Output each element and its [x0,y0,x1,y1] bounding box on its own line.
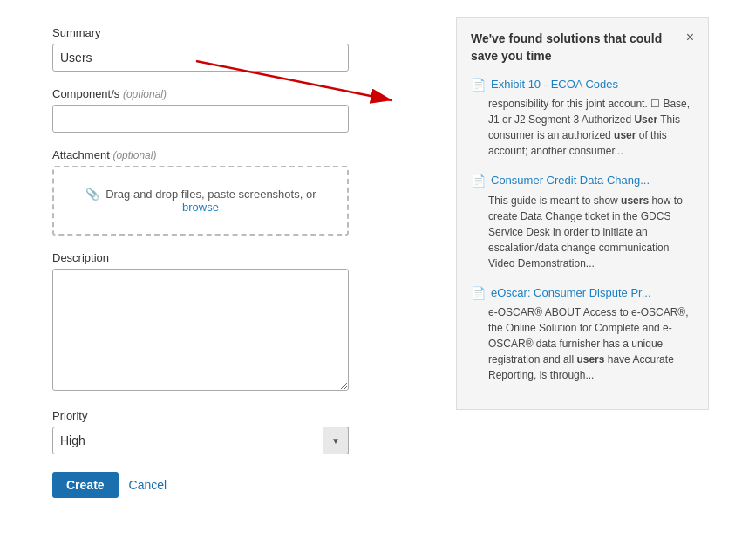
summary-label: Summary [52,26,419,39]
document-icon-3: 📄 [471,286,486,300]
attachment-icon: 📎 [85,188,99,201]
description-label: Description [52,251,419,264]
button-row: Create Cancel [52,472,419,498]
description-textarea[interactable] [52,269,349,391]
solution-text-1: responsibility for this joint account. ☐… [471,96,694,159]
components-field-group: Component/s (optional) [52,87,419,133]
solutions-header: We've found solutions that could save yo… [471,31,694,65]
solution-link-3[interactable]: eOscar: Consumer Dispute Pr... [491,285,651,301]
summary-input[interactable] [52,44,349,72]
priority-select[interactable]: High Medium Low [52,427,349,454]
priority-select-wrapper: High Medium Low ▼ [52,427,349,454]
attachment-text: Drag and drop files, paste screenshots, … [105,188,316,201]
attachment-label: Attachment (optional) [52,148,419,161]
solution-text-2: This guide is meant to show users how to… [471,193,694,271]
solution-item-2: 📄 Consumer Credit Data Chang... This gui… [471,173,694,270]
attachment-field-group: Attachment (optional) 📎 Drag and drop fi… [52,148,419,236]
browse-link[interactable]: browse [182,201,219,214]
create-button[interactable]: Create [52,472,119,498]
document-icon-1: 📄 [471,78,486,92]
attachment-dropzone[interactable]: 📎 Drag and drop files, paste screenshots… [52,166,349,236]
components-input[interactable] [52,105,349,133]
solution-text-3: e-OSCAR® ABOUT Access to e-OSCAR®, the O… [471,304,694,383]
solution-item-3: 📄 eOscar: Consumer Dispute Pr... e-OSCAR… [471,285,694,383]
priority-field-group: Priority High Medium Low ▼ [52,409,419,454]
solution-item-1: 📄 Exhibit 10 - ECOA Codes responsibility… [471,77,694,159]
close-button[interactable]: × [686,31,694,44]
summary-field-group: Summary [52,26,419,72]
form-section: Summary Component/s (optional) Attachmen… [52,17,419,560]
description-field-group: Description [52,251,419,393]
solution-link-1[interactable]: Exhibit 10 - ECOA Codes [491,77,618,92]
main-container: Summary Component/s (optional) Attachmen… [0,0,735,560]
cancel-link[interactable]: Cancel [129,478,167,492]
solutions-title: We've found solutions that could save yo… [471,31,686,65]
solution-link-2[interactable]: Consumer Credit Data Chang... [491,173,650,188]
document-icon-2: 📄 [471,174,486,188]
solutions-panel: We've found solutions that could save yo… [456,17,709,410]
priority-label: Priority [52,409,419,422]
components-label: Component/s (optional) [52,87,419,100]
